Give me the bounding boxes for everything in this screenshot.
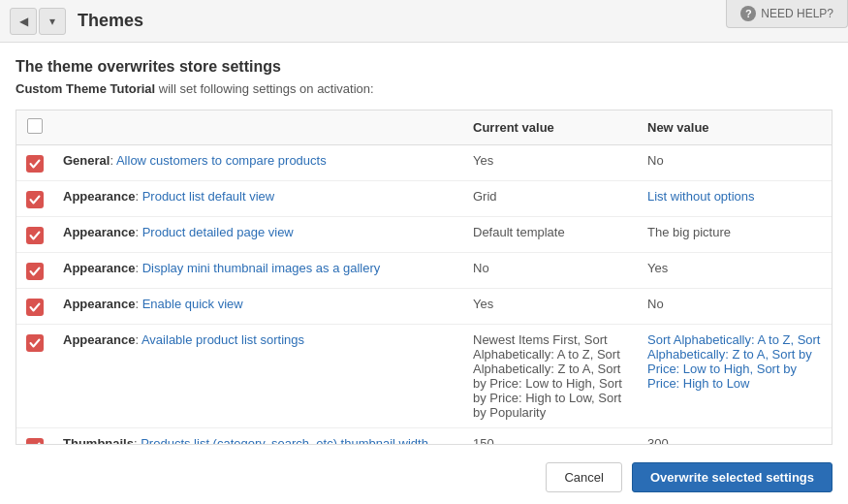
row-checkbox[interactable] <box>26 438 44 445</box>
setting-category: Thumbnails <box>63 436 134 445</box>
new-value-text: Sort Alphabetically: A to Z, Sort Alphab… <box>647 332 820 391</box>
footer: Cancel Overwrite selected settings <box>16 455 832 504</box>
row-current-value: Yes <box>463 145 638 181</box>
table-row: General: Allow customers to compare prod… <box>16 145 832 181</box>
header-nav: ◀ ▾ <box>10 8 66 35</box>
help-icon: ? <box>740 6 756 21</box>
select-all-checkbox[interactable] <box>27 118 43 134</box>
row-new-value: List without options <box>638 181 832 217</box>
setting-category: Appearance <box>63 225 135 239</box>
row-new-value: No <box>638 145 832 181</box>
row-new-value: Sort Alphabetically: A to Z, Sort Alphab… <box>638 325 832 428</box>
table-row: Appearance: Available product list sorti… <box>16 325 832 428</box>
row-new-value: The big picture <box>638 217 832 253</box>
col-setting <box>53 110 463 145</box>
setting-category: Appearance <box>63 189 135 204</box>
col-new-value: New value <box>638 110 832 145</box>
overwrite-button[interactable]: Overwrite selected settings <box>632 462 832 492</box>
setting-category: Appearance <box>63 332 135 347</box>
row-current-value: Default template <box>463 217 638 253</box>
row-current-value: 150 <box>463 428 638 446</box>
need-help-button[interactable]: ? NEED HELP? <box>726 0 848 28</box>
row-current-value: Yes <box>463 289 638 325</box>
row-setting: General: Allow customers to compare prod… <box>53 145 463 181</box>
row-checkbox[interactable] <box>26 299 44 316</box>
row-setting: Appearance: Product list default view <box>53 181 463 217</box>
new-value-text: List without options <box>647 189 755 204</box>
table-row: Appearance: Product list default viewGri… <box>16 181 832 217</box>
table-row: Appearance: Display mini thumbnail image… <box>16 253 832 289</box>
table-row: Appearance: Product detailed page viewDe… <box>16 217 832 253</box>
subtitle-rest: will set following settings on activatio… <box>155 81 373 96</box>
row-checkbox[interactable] <box>26 155 44 173</box>
setting-category: General <box>63 153 110 168</box>
row-setting: Appearance: Enable quick view <box>53 289 463 325</box>
subtitle: Custom Theme Tutorial will set following… <box>16 81 832 96</box>
settings-table-wrapper: Current value New value General: Allow c… <box>16 110 832 445</box>
setting-name: Available product list sortings <box>141 332 304 347</box>
row-checkbox-cell <box>16 289 53 325</box>
back-button[interactable]: ◀ <box>10 8 37 35</box>
setting-category: Appearance <box>63 297 135 311</box>
row-checkbox-cell <box>16 217 53 253</box>
theme-name: Custom Theme Tutorial <box>16 81 155 96</box>
row-checkbox[interactable] <box>26 334 44 352</box>
setting-name: Allow customers to compare products <box>116 153 327 168</box>
row-new-value: 300 <box>638 428 832 446</box>
page-title: Themes <box>78 11 143 31</box>
row-setting: Appearance: Product detailed page view <box>53 217 463 253</box>
row-checkbox-cell <box>16 325 53 428</box>
settings-table: Current value New value General: Allow c… <box>16 110 832 445</box>
col-select <box>16 110 53 145</box>
row-checkbox-cell <box>16 181 53 217</box>
table-body: General: Allow customers to compare prod… <box>16 145 832 446</box>
setting-name: Products list (category, search, etc) th… <box>141 436 428 445</box>
table-header-row: Current value New value <box>16 110 832 145</box>
row-new-value: Yes <box>638 253 832 289</box>
setting-category: Appearance <box>63 261 135 275</box>
row-current-value: Newest Items First, Sort Alphabetically:… <box>463 325 638 428</box>
row-new-value: No <box>638 289 832 325</box>
row-current-value: No <box>463 253 638 289</box>
table-row: Thumbnails: Products list (category, sea… <box>16 428 832 446</box>
dropdown-button[interactable]: ▾ <box>39 8 66 35</box>
table-row: Appearance: Enable quick viewYesNo <box>16 289 832 325</box>
col-current-value: Current value <box>463 110 638 145</box>
setting-name: Product list default view <box>142 189 275 204</box>
section-title: The theme overwrites store settings <box>16 58 832 76</box>
row-checkbox[interactable] <box>26 263 44 280</box>
row-setting: Appearance: Display mini thumbnail image… <box>53 253 463 289</box>
setting-name: Enable quick view <box>142 297 243 311</box>
cancel-button[interactable]: Cancel <box>546 462 621 492</box>
setting-name: Display mini thumbnail images as a galle… <box>142 261 381 275</box>
row-checkbox-cell <box>16 253 53 289</box>
row-checkbox-cell <box>16 145 53 181</box>
row-current-value: Grid <box>463 181 638 217</box>
page-header: ◀ ▾ Themes ? NEED HELP? <box>0 0 848 43</box>
need-help-label: NEED HELP? <box>761 7 833 20</box>
row-setting: Thumbnails: Products list (category, sea… <box>53 428 463 446</box>
main-content: The theme overwrites store settings Cust… <box>0 43 848 504</box>
row-checkbox[interactable] <box>26 227 44 244</box>
row-setting: Appearance: Available product list sorti… <box>53 325 463 428</box>
setting-name: Product detailed page view <box>142 225 294 239</box>
row-checkbox[interactable] <box>26 191 44 208</box>
row-checkbox-cell <box>16 428 53 446</box>
